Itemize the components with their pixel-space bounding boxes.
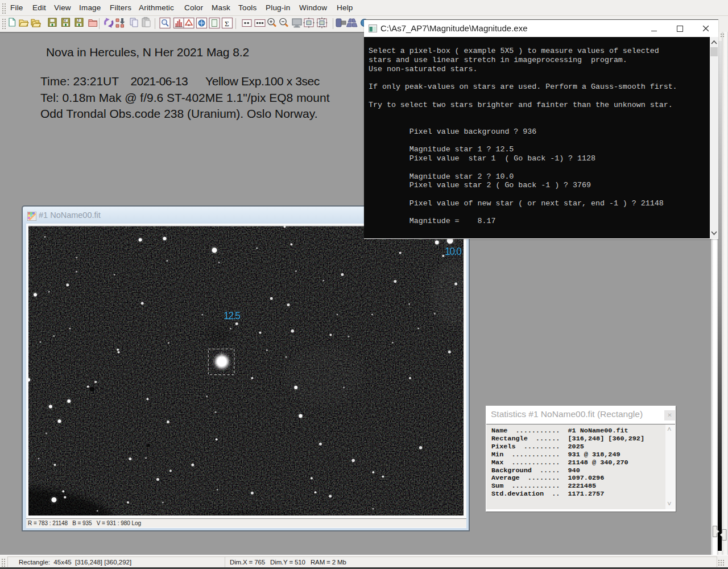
svg-text:12.5: 12.5 <box>224 310 241 321</box>
svg-text:Σ: Σ <box>225 19 229 28</box>
svg-text:V: V <box>64 18 67 23</box>
svg-text:J: J <box>77 18 80 23</box>
svg-text:10.0: 10.0 <box>445 246 462 257</box>
